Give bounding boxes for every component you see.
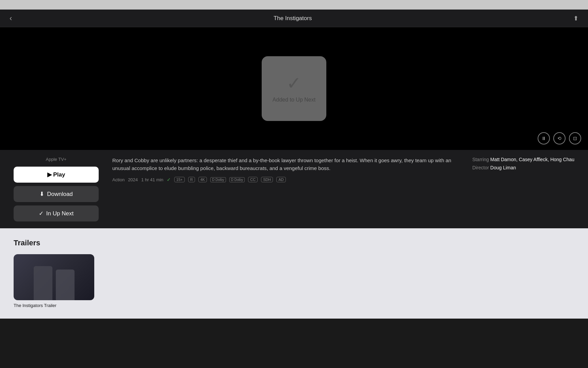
added-to-up-next-toast: ✓ Added to Up Next (262, 56, 326, 121)
title-bar: ‹ The Instigators ⬆ (0, 10, 588, 27)
share-button[interactable]: ⬆ (571, 13, 581, 24)
trailers-section: Trailers The Instigators Trailer (0, 228, 588, 319)
director-label: Director (472, 165, 489, 170)
dolby-vision-badge: D Dolby (210, 177, 226, 182)
bottom-section: Trailers The Instigators Trailer (0, 228, 588, 319)
figure-right (56, 270, 75, 300)
hero-area: ✓ Added to Up Next ⏸ ⟲ ⊡ (0, 27, 588, 150)
verified-icon: ✓ (167, 177, 171, 182)
description-panel: Rory and Cobby are unlikely partners: a … (112, 157, 459, 221)
media-controls: ⏸ ⟲ ⊡ (538, 132, 581, 144)
action-panel: Apple TV+ ▶ Play ⬇ Download ✓ In Up Next (14, 157, 99, 221)
figure-left (34, 266, 52, 300)
dolby-atmos-badge: D Dolby (229, 177, 245, 182)
starring-label: Starring (472, 157, 489, 162)
genre-label: Action (112, 177, 125, 182)
sdh-badge: SDH (261, 177, 273, 182)
meta-row: Action 2024 1 hr 41 min ✓ 15+ R 4K D Dol… (112, 177, 459, 182)
rating2-badge: R (188, 177, 195, 182)
rewind-button[interactable]: ⟲ (553, 132, 566, 144)
quality-badge: 4K (198, 177, 207, 182)
starring-line: Starring Matt Damon, Casey Affleck, Hong… (472, 157, 574, 162)
director-name: Doug Liman (490, 165, 516, 170)
rating-badge: 15+ (174, 177, 185, 182)
system-bar (0, 0, 588, 10)
trailer-thumbnail (14, 254, 94, 300)
year-label: 2024 (128, 177, 138, 182)
check-icon: ✓ (39, 210, 44, 217)
play-button[interactable]: ▶ Play (14, 167, 99, 183)
toast-label: Added to Up Next (273, 97, 315, 103)
provider-label: Apple TV+ (14, 157, 99, 162)
toast-checkmark-icon: ✓ (287, 74, 301, 92)
in-up-next-label: In Up Next (46, 210, 74, 217)
in-up-next-button[interactable]: ✓ In Up Next (14, 205, 99, 221)
download-button[interactable]: ⬇ Download (14, 186, 99, 202)
description-text: Rory and Cobby are unlikely partners: a … (112, 157, 459, 172)
trailers-title: Trailers (14, 239, 574, 247)
pip-button[interactable]: ⊡ (569, 132, 581, 144)
trailer-figures (14, 254, 94, 300)
page-title: The Instigators (274, 15, 312, 22)
back-button[interactable]: ‹ (7, 13, 15, 24)
pause-button[interactable]: ⏸ (538, 132, 550, 144)
download-label: Download (47, 191, 73, 198)
starring-names: Matt Damon, Casey Affleck, Hong Chau (490, 157, 574, 162)
content-area: Apple TV+ ▶ Play ⬇ Download ✓ In Up Next… (0, 150, 588, 228)
trailer-label: The Instigators Trailer (14, 303, 94, 308)
ad-badge: AD (276, 177, 285, 182)
director-line: Director Doug Liman (472, 165, 574, 170)
duration-label: 1 hr 41 min (141, 177, 163, 182)
cc-badge: CC (248, 177, 258, 182)
trailer-thumb-inner (14, 254, 94, 300)
trailer-card[interactable]: The Instigators Trailer (14, 254, 94, 308)
download-icon: ⬇ (39, 190, 44, 198)
cast-panel: Starring Matt Damon, Casey Affleck, Hong… (472, 157, 574, 221)
